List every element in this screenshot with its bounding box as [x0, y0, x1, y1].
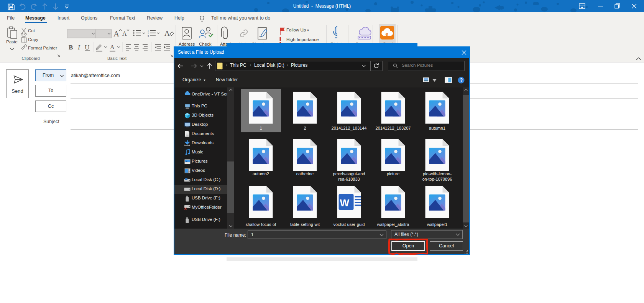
svg-text:3: 3	[148, 35, 149, 37]
svg-text:?: ?	[460, 77, 463, 83]
svg-text:A: A	[110, 44, 115, 50]
svg-text:A: A	[164, 29, 170, 37]
svg-text:1: 1	[148, 30, 149, 32]
svg-text:A: A	[113, 29, 120, 38]
svg-text:I: I	[77, 44, 80, 51]
svg-text:U: U	[85, 44, 89, 51]
svg-text:B: B	[69, 44, 73, 51]
svg-text:e: e	[386, 31, 388, 37]
svg-text:2: 2	[148, 32, 149, 35]
svg-text:A: A	[122, 30, 127, 37]
